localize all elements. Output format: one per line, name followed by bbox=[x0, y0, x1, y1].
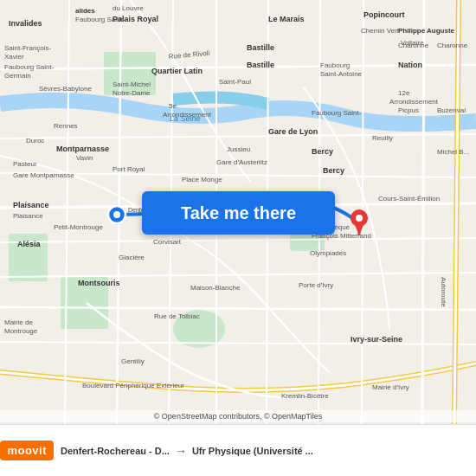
svg-text:Cours-Saint-Émilion: Cours-Saint-Émilion bbox=[378, 195, 440, 203]
svg-text:Maison-Blanche: Maison-Blanche bbox=[190, 284, 241, 292]
svg-text:Sèvres-Babylone: Sèvres-Babylone bbox=[39, 85, 92, 93]
svg-text:Faubourg Saint-: Faubourg Saint- bbox=[4, 63, 55, 71]
svg-text:Saint-François-: Saint-François- bbox=[4, 44, 52, 52]
svg-text:Montrouge: Montrouge bbox=[4, 327, 38, 335]
svg-text:Saint-Antoine: Saint-Antoine bbox=[320, 70, 363, 78]
svg-text:Plaisance: Plaisance bbox=[13, 201, 49, 209]
svg-text:Boulevard Périphérique Extérie: Boulevard Périphérique Extérieur bbox=[82, 382, 184, 389]
svg-text:Montparnasse: Montparnasse bbox=[56, 145, 109, 153]
moovit-logo-container: moovit bbox=[9, 429, 61, 473]
svg-text:Alésia: Alésia bbox=[17, 240, 42, 248]
svg-text:Arrondissement: Arrondissement bbox=[163, 111, 212, 119]
svg-text:Petit-Montrouge: Petit-Montrouge bbox=[54, 223, 103, 231]
svg-text:du Louvre: du Louvre bbox=[113, 4, 144, 12]
origin-inner bbox=[113, 211, 120, 218]
svg-text:12e: 12e bbox=[398, 89, 410, 97]
svg-text:Plaisance: Plaisance bbox=[13, 212, 43, 220]
svg-text:Olympiades: Olympiades bbox=[310, 249, 346, 257]
svg-text:Philippe Auguste: Philippe Auguste bbox=[398, 27, 455, 35]
svg-text:Port Royal: Port Royal bbox=[113, 165, 145, 173]
svg-text:Notre-Dame: Notre-Dame bbox=[113, 89, 151, 97]
svg-text:Place Monge: Place Monge bbox=[182, 176, 222, 183]
svg-text:Bercy: Bercy bbox=[312, 147, 333, 156]
svg-text:Picpus: Picpus bbox=[398, 106, 419, 114]
svg-text:Montsouris: Montsouris bbox=[78, 279, 120, 287]
svg-text:Charonne: Charonne bbox=[398, 42, 429, 49]
route-to: Ufr Physique (Université ... bbox=[192, 446, 313, 456]
svg-text:Le Marais: Le Marais bbox=[268, 15, 305, 23]
map-attribution: © OpenStreetMap contributors, © OpenMapT… bbox=[0, 410, 476, 422]
svg-text:Faubourg Saint-: Faubourg Saint- bbox=[75, 16, 125, 23]
svg-text:Rennes: Rennes bbox=[54, 122, 78, 130]
svg-text:Xavier: Xavier bbox=[4, 53, 24, 61]
svg-text:Autoroute: Autoroute bbox=[440, 277, 447, 307]
svg-text:Popincourt: Popincourt bbox=[363, 10, 405, 19]
svg-text:Invalides: Invalides bbox=[9, 19, 42, 28]
svg-text:Jussieu: Jussieu bbox=[227, 145, 250, 153]
route-arrow-icon: → bbox=[175, 444, 187, 458]
svg-text:Gare de Lyon: Gare de Lyon bbox=[268, 127, 318, 136]
svg-text:Saint-Michel: Saint-Michel bbox=[113, 80, 151, 88]
map-container: Invalides Palais Royal du Louvre Le Mara… bbox=[0, 0, 476, 424]
svg-text:Germain: Germain bbox=[4, 72, 31, 80]
svg-text:Vavin: Vavin bbox=[76, 154, 93, 162]
svg-text:Arrondissement: Arrondissement bbox=[389, 98, 439, 106]
svg-text:Bastille: Bastille bbox=[247, 43, 274, 52]
svg-text:Reuilly: Reuilly bbox=[372, 134, 393, 142]
svg-text:Nation: Nation bbox=[398, 61, 422, 69]
svg-text:Rue de Tolbiac: Rue de Tolbiac bbox=[154, 312, 200, 320]
svg-line-21 bbox=[422, 0, 424, 424]
bottom-bar: moovit Denfert-Rochereau - D... → Ufr Ph… bbox=[0, 424, 476, 476]
svg-text:Michel B...: Michel B... bbox=[437, 148, 469, 156]
svg-text:alides: alides bbox=[75, 7, 95, 15]
svg-text:Quartier Latin: Quartier Latin bbox=[151, 67, 203, 75]
take-me-there-button[interactable]: Take me there bbox=[142, 191, 335, 235]
svg-text:Kremlin-Bicêtre: Kremlin-Bicêtre bbox=[281, 392, 329, 400]
svg-text:Ivry-sur-Seine: Ivry-sur-Seine bbox=[351, 335, 402, 344]
svg-text:Chemin Vert: Chemin Vert bbox=[361, 27, 400, 35]
svg-text:Bercy: Bercy bbox=[323, 166, 344, 175]
svg-text:Bastille: Bastille bbox=[247, 61, 274, 69]
moovit-logo: moovit bbox=[0, 441, 54, 460]
destination-inner bbox=[356, 215, 363, 222]
svg-text:Glacière: Glacière bbox=[119, 254, 145, 261]
svg-text:Faubourg Saint-: Faubourg Saint- bbox=[312, 109, 362, 117]
svg-text:Corvisart: Corvisart bbox=[153, 238, 182, 246]
svg-text:Gentilly: Gentilly bbox=[121, 357, 145, 365]
svg-text:Mairie de: Mairie de bbox=[4, 318, 33, 326]
svg-text:Buzenval: Buzenval bbox=[437, 106, 466, 114]
svg-text:Charonne: Charonne bbox=[437, 42, 468, 49]
svg-text:Pasteur: Pasteur bbox=[13, 160, 37, 168]
svg-text:Saint-Paul: Saint-Paul bbox=[219, 78, 251, 86]
route-from: Denfert-Rochereau - D... bbox=[61, 446, 170, 456]
svg-text:Porte d'Ivry: Porte d'Ivry bbox=[299, 281, 333, 289]
svg-text:Gare d'Austerlitz: Gare d'Austerlitz bbox=[216, 158, 267, 166]
svg-text:Gare Montparnasse: Gare Montparnasse bbox=[13, 171, 74, 179]
route-info: Denfert-Rochereau - D... → Ufr Physique … bbox=[61, 444, 467, 458]
svg-text:5e: 5e bbox=[169, 102, 177, 110]
svg-text:Faubourg: Faubourg bbox=[320, 61, 350, 69]
svg-text:Duroc: Duroc bbox=[26, 137, 44, 145]
svg-text:Mairie d'Ivry: Mairie d'Ivry bbox=[372, 383, 409, 391]
